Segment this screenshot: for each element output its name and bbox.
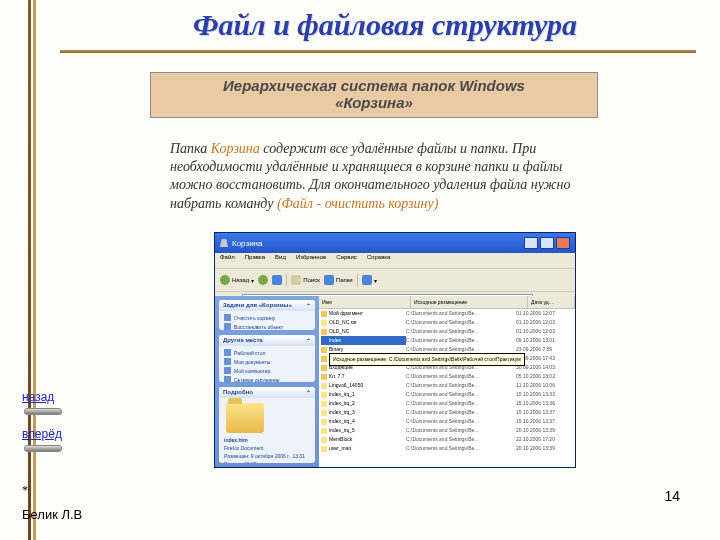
file-icon	[321, 329, 327, 335]
explorer-window: Корзина Файл Правка Вид Избранное Сервис…	[214, 232, 576, 468]
folders-button[interactable]: Папки	[324, 275, 353, 285]
place-icon	[224, 349, 231, 356]
file-icon	[321, 320, 327, 326]
menu-view[interactable]: Вид	[275, 254, 286, 267]
menu-tools[interactable]: Сервис	[336, 254, 357, 267]
nav-back-link[interactable]: назад	[22, 390, 62, 404]
menubar: Файл Правка Вид Избранное Сервис Справка	[215, 253, 575, 269]
place-mycomp[interactable]: Мой компьютер	[224, 367, 310, 374]
label: Назад	[232, 277, 249, 283]
file-icon	[321, 311, 327, 317]
details-date: Размещен: 9 октября 2006 г., 13:01	[224, 453, 310, 459]
table-row[interactable]: OLD_NC.rarC:\Documents and Settings\Be..…	[319, 318, 575, 327]
search-button[interactable]: Поиск	[291, 275, 320, 285]
file-icon	[321, 383, 327, 389]
panel-details: Подробно⌃ index.htm Firefox Document Раз…	[219, 387, 315, 463]
place-icon	[224, 358, 231, 365]
file-icon	[321, 338, 327, 344]
close-button[interactable]	[556, 237, 570, 249]
keyword: Корзина	[211, 141, 260, 156]
search-icon	[291, 275, 301, 285]
folders-icon	[324, 275, 334, 285]
nav-bar-decor	[24, 408, 62, 415]
place-icon	[224, 376, 231, 382]
file-icon	[321, 374, 327, 380]
table-row[interactable]: Кл. 7.7C:\Documents and Settings\Be...05…	[319, 372, 575, 381]
details-type: Firefox Document	[224, 445, 310, 451]
place-icon	[224, 367, 231, 374]
nav-bar-decor	[24, 445, 62, 452]
subtitle-box: Иерархическая система папок Windows «Кор…	[150, 72, 598, 118]
maximize-button[interactable]	[540, 237, 554, 249]
minimize-button[interactable]	[524, 237, 538, 249]
file-list-pane: Имя Исходное размещение Дата уд... Исход…	[319, 296, 575, 467]
col-name[interactable]: Имя	[319, 296, 411, 308]
panel-places: Другие места⌃ Рабочий стол Мои документы…	[219, 335, 315, 382]
folder-icon	[226, 403, 264, 433]
table-row[interactable]: Мой фрагментC:\Documents and Settings\Be…	[319, 309, 575, 318]
footer-star: *	[22, 483, 28, 498]
place-network[interactable]: Сетевое окружение	[224, 376, 310, 382]
panel-header[interactable]: Подробно⌃	[219, 387, 315, 398]
file-icon	[321, 437, 327, 443]
views-icon	[362, 275, 372, 285]
label: Поиск	[303, 277, 320, 283]
label: Папки	[336, 277, 353, 283]
forward-button[interactable]	[258, 275, 268, 285]
place-mydocs[interactable]: Мои документы	[224, 358, 310, 365]
up-button[interactable]	[272, 275, 282, 285]
back-button[interactable]: Назад ▾	[220, 275, 254, 285]
table-row[interactable]: index_irq_3C:\Documents and Settings\Be.…	[319, 408, 575, 417]
col-date[interactable]: Дата уд...	[528, 296, 575, 308]
keyword: (Файл - очистить корзину)	[277, 196, 438, 211]
column-headers: Имя Исходное размещение Дата уд...	[319, 296, 575, 309]
table-row[interactable]: index_irq_2C:\Documents and Settings\Be.…	[319, 399, 575, 408]
place-desktop[interactable]: Рабочий стол	[224, 349, 310, 356]
task-empty-bin[interactable]: Очистить корзину	[224, 314, 310, 321]
menu-file[interactable]: Файл	[220, 254, 235, 267]
back-icon	[220, 275, 230, 285]
menu-edit[interactable]: Правка	[245, 254, 265, 267]
task-icon	[224, 323, 231, 330]
subtitle-line1: Иерархическая система папок Windows	[159, 77, 589, 94]
body-paragraph: Папка Корзина содержит все удалённые фай…	[170, 140, 600, 213]
separator	[286, 274, 287, 286]
table-row[interactable]: user_manC:\Documents and Settings\Be...2…	[319, 444, 575, 453]
window-title: Корзина	[232, 239, 262, 248]
chevron-icon: ⌃	[306, 302, 311, 309]
table-row[interactable]: MemBlockC:\Documents and Settings\Be...2…	[319, 435, 575, 444]
table-row[interactable]: indexC:\Documents and Settings\Be...09.1…	[319, 336, 575, 345]
table-row[interactable]: index_irq_5C:\Documents and Settings\Be.…	[319, 426, 575, 435]
table-row[interactable]: index_irq_1C:\Documents and Settings\Be.…	[319, 390, 575, 399]
footer-author: Белик Л.В	[22, 507, 82, 522]
panel-tasks: Задачи для «Корзины»⌃ Очистить корзину В…	[219, 300, 315, 330]
file-list[interactable]: Исходное размещение: C:\Documents and Se…	[319, 309, 575, 467]
menu-fav[interactable]: Избранное	[296, 254, 326, 267]
forward-icon	[258, 275, 268, 285]
table-row[interactable]: OLD_NCC:\Documents and Settings\Be...01.…	[319, 327, 575, 336]
file-icon	[321, 356, 327, 362]
toolbar: Назад ▾ Поиск Папки ▾	[215, 269, 575, 292]
nav-fwd-link[interactable]: вперёд	[22, 427, 62, 441]
details-name: index.htm	[224, 437, 310, 443]
subtitle-line2: «Корзина»	[159, 94, 589, 111]
file-icon	[321, 446, 327, 452]
panel-header[interactable]: Задачи для «Корзины»⌃	[219, 300, 315, 311]
page-number: 14	[664, 488, 680, 504]
panel-header[interactable]: Другие места⌃	[219, 335, 315, 346]
chevron-icon: ⌃	[306, 337, 311, 344]
task-icon	[224, 314, 231, 321]
file-icon	[321, 365, 327, 371]
table-row[interactable]: index_irq_4C:\Documents and Settings\Be.…	[319, 417, 575, 426]
text: Папка	[170, 141, 211, 156]
file-icon	[321, 401, 327, 407]
file-icon	[321, 392, 327, 398]
views-button[interactable]: ▾	[362, 275, 377, 285]
file-icon	[321, 428, 327, 434]
task-restore[interactable]: Восстановить объект	[224, 323, 310, 330]
menu-help[interactable]: Справка	[367, 254, 391, 267]
table-row[interactable]: Lingvo6_14050C:\Documents and Settings\B…	[319, 381, 575, 390]
separator	[357, 274, 358, 286]
file-icon	[321, 410, 327, 416]
col-origpath[interactable]: Исходное размещение	[411, 296, 528, 308]
